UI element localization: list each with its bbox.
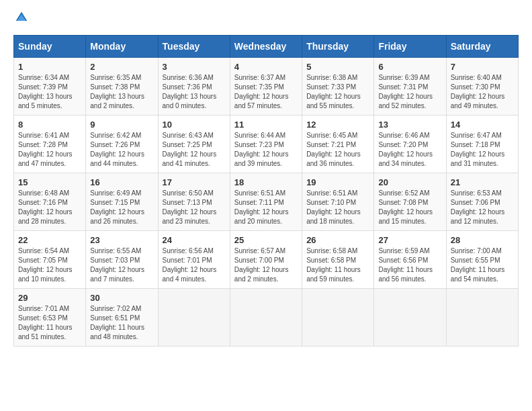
day-info: Sunrise: 6:56 AM Sunset: 7:01 PM Dayligh… (163, 246, 226, 284)
day-number: 4 (234, 62, 298, 72)
day-number: 3 (163, 62, 226, 72)
calendar-cell: 30 Sunrise: 7:02 AM Sunset: 6:51 PM Dayl… (86, 289, 158, 347)
calendar-cell: 4 Sunrise: 6:37 AM Sunset: 7:35 PM Dayli… (230, 58, 302, 116)
day-info: Sunrise: 6:40 AM Sunset: 7:30 PM Dayligh… (451, 73, 514, 111)
day-info: Sunrise: 6:55 AM Sunset: 7:03 PM Dayligh… (90, 246, 153, 284)
day-info: Sunrise: 6:43 AM Sunset: 7:25 PM Dayligh… (163, 131, 226, 169)
calendar-cell: 27 Sunrise: 6:59 AM Sunset: 6:56 PM Dayl… (374, 231, 446, 289)
day-info: Sunrise: 6:59 AM Sunset: 6:56 PM Dayligh… (378, 246, 441, 284)
day-number: 17 (163, 177, 226, 187)
calendar-cell: 9 Sunrise: 6:42 AM Sunset: 7:26 PM Dayli… (86, 116, 158, 173)
calendar-cell: 25 Sunrise: 6:57 AM Sunset: 7:00 PM Dayl… (230, 231, 302, 289)
day-info: Sunrise: 6:50 AM Sunset: 7:13 PM Dayligh… (163, 189, 226, 226)
calendar-cell: 16 Sunrise: 6:49 AM Sunset: 7:15 PM Dayl… (86, 173, 158, 231)
calendar-week-4: 22 Sunrise: 6:54 AM Sunset: 7:05 PM Dayl… (14, 231, 519, 289)
calendar-cell: 20 Sunrise: 6:52 AM Sunset: 7:08 PM Dayl… (374, 173, 446, 231)
day-number: 24 (163, 235, 226, 245)
day-info: Sunrise: 6:51 AM Sunset: 7:11 PM Dayligh… (234, 189, 298, 226)
calendar-cell: 22 Sunrise: 6:54 AM Sunset: 7:05 PM Dayl… (14, 231, 86, 289)
day-number: 15 (18, 177, 81, 187)
day-number: 26 (306, 235, 369, 245)
day-info: Sunrise: 6:58 AM Sunset: 6:58 PM Dayligh… (306, 246, 369, 284)
day-info: Sunrise: 7:00 AM Sunset: 6:55 PM Dayligh… (451, 246, 514, 284)
day-number: 27 (378, 235, 441, 245)
day-number: 21 (451, 177, 514, 187)
calendar-week-1: 1 Sunrise: 6:34 AM Sunset: 7:39 PM Dayli… (14, 58, 519, 116)
day-info: Sunrise: 6:51 AM Sunset: 7:10 PM Dayligh… (306, 189, 369, 226)
calendar-cell (374, 289, 446, 347)
day-info: Sunrise: 6:38 AM Sunset: 7:33 PM Dayligh… (306, 73, 369, 111)
day-info: Sunrise: 6:47 AM Sunset: 7:18 PM Dayligh… (451, 131, 514, 169)
day-number: 11 (234, 120, 298, 130)
day-number: 19 (306, 177, 369, 187)
calendar-cell: 11 Sunrise: 6:44 AM Sunset: 7:23 PM Dayl… (230, 116, 302, 173)
calendar-header-row: SundayMondayTuesdayWednesdayThursdayFrid… (14, 36, 519, 58)
day-number: 5 (306, 62, 369, 72)
day-number: 29 (18, 293, 81, 303)
calendar-cell: 18 Sunrise: 6:51 AM Sunset: 7:11 PM Dayl… (230, 173, 302, 231)
calendar-table: SundayMondayTuesdayWednesdayThursdayFrid… (13, 35, 519, 347)
logo-icon (15, 11, 28, 24)
day-info: Sunrise: 6:41 AM Sunset: 7:28 PM Dayligh… (18, 131, 81, 169)
day-info: Sunrise: 6:44 AM Sunset: 7:23 PM Dayligh… (234, 131, 298, 169)
day-info: Sunrise: 6:42 AM Sunset: 7:26 PM Dayligh… (90, 131, 153, 169)
day-number: 1 (18, 62, 81, 72)
calendar-week-2: 8 Sunrise: 6:41 AM Sunset: 7:28 PM Dayli… (14, 116, 519, 173)
calendar-cell: 23 Sunrise: 6:55 AM Sunset: 7:03 PM Dayl… (86, 231, 158, 289)
calendar-cell: 1 Sunrise: 6:34 AM Sunset: 7:39 PM Dayli… (14, 58, 86, 116)
day-number: 2 (90, 62, 153, 72)
day-info: Sunrise: 6:49 AM Sunset: 7:15 PM Dayligh… (90, 189, 153, 226)
calendar-cell: 21 Sunrise: 6:53 AM Sunset: 7:06 PM Dayl… (446, 173, 518, 231)
day-info: Sunrise: 6:39 AM Sunset: 7:31 PM Dayligh… (378, 73, 441, 111)
day-info: Sunrise: 6:37 AM Sunset: 7:35 PM Dayligh… (234, 73, 298, 111)
calendar-cell: 5 Sunrise: 6:38 AM Sunset: 7:33 PM Dayli… (302, 58, 374, 116)
calendar-week-3: 15 Sunrise: 6:48 AM Sunset: 7:16 PM Dayl… (14, 173, 519, 231)
page-header (13, 13, 519, 24)
calendar-cell (446, 289, 518, 347)
day-number: 23 (90, 235, 153, 245)
day-info: Sunrise: 6:52 AM Sunset: 7:08 PM Dayligh… (378, 189, 441, 226)
calendar-cell: 26 Sunrise: 6:58 AM Sunset: 6:58 PM Dayl… (302, 231, 374, 289)
day-number: 12 (306, 120, 369, 130)
day-info: Sunrise: 6:45 AM Sunset: 7:21 PM Dayligh… (306, 131, 369, 169)
day-number: 14 (451, 120, 514, 130)
day-number: 30 (90, 293, 153, 303)
calendar-week-5: 29 Sunrise: 7:01 AM Sunset: 6:53 PM Dayl… (14, 289, 519, 347)
calendar-cell: 7 Sunrise: 6:40 AM Sunset: 7:30 PM Dayli… (446, 58, 518, 116)
day-number: 9 (90, 120, 153, 130)
calendar-cell: 10 Sunrise: 6:43 AM Sunset: 7:25 PM Dayl… (158, 116, 230, 173)
day-number: 6 (378, 62, 441, 72)
day-info: Sunrise: 7:01 AM Sunset: 6:53 PM Dayligh… (18, 304, 81, 342)
calendar-cell: 24 Sunrise: 6:56 AM Sunset: 7:01 PM Dayl… (158, 231, 230, 289)
calendar-cell: 6 Sunrise: 6:39 AM Sunset: 7:31 PM Dayli… (374, 58, 446, 116)
calendar-cell: 12 Sunrise: 6:45 AM Sunset: 7:21 PM Dayl… (302, 116, 374, 173)
calendar-cell: 2 Sunrise: 6:35 AM Sunset: 7:38 PM Dayli… (86, 58, 158, 116)
day-number: 13 (378, 120, 441, 130)
day-info: Sunrise: 6:54 AM Sunset: 7:05 PM Dayligh… (18, 246, 81, 284)
calendar-cell (302, 289, 374, 347)
header-wednesday: Wednesday (230, 36, 302, 58)
logo (13, 13, 28, 24)
header-monday: Monday (86, 36, 158, 58)
day-info: Sunrise: 6:35 AM Sunset: 7:38 PM Dayligh… (90, 73, 153, 111)
day-number: 7 (451, 62, 514, 72)
day-info: Sunrise: 6:57 AM Sunset: 7:00 PM Dayligh… (234, 246, 298, 284)
day-number: 20 (378, 177, 441, 187)
header-thursday: Thursday (302, 36, 374, 58)
day-number: 25 (234, 235, 298, 245)
day-info: Sunrise: 6:46 AM Sunset: 7:20 PM Dayligh… (378, 131, 441, 169)
header-friday: Friday (374, 36, 446, 58)
day-info: Sunrise: 6:34 AM Sunset: 7:39 PM Dayligh… (18, 73, 81, 111)
calendar-cell: 3 Sunrise: 6:36 AM Sunset: 7:36 PM Dayli… (158, 58, 230, 116)
calendar-cell: 15 Sunrise: 6:48 AM Sunset: 7:16 PM Dayl… (14, 173, 86, 231)
day-info: Sunrise: 6:36 AM Sunset: 7:36 PM Dayligh… (163, 73, 226, 111)
calendar-cell: 13 Sunrise: 6:46 AM Sunset: 7:20 PM Dayl… (374, 116, 446, 173)
calendar-cell: 17 Sunrise: 6:50 AM Sunset: 7:13 PM Dayl… (158, 173, 230, 231)
header-tuesday: Tuesday (158, 36, 230, 58)
day-number: 28 (451, 235, 514, 245)
calendar-cell (158, 289, 230, 347)
day-number: 22 (18, 235, 81, 245)
day-info: Sunrise: 6:48 AM Sunset: 7:16 PM Dayligh… (18, 189, 81, 226)
header-sunday: Sunday (14, 36, 86, 58)
day-number: 16 (90, 177, 153, 187)
